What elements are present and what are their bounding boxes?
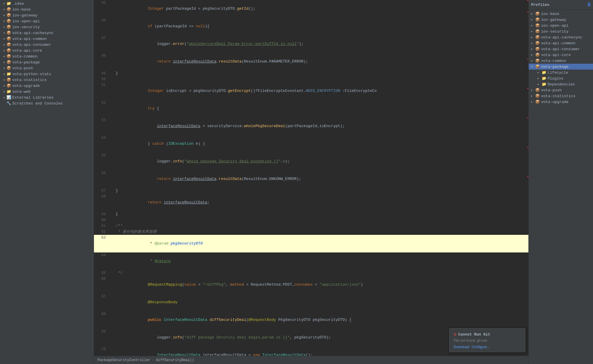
sidebar-item-iov-gateway[interactable]: ▶ 📦 iov-gateway [0,12,94,18]
sidebar-item-iov-open-api[interactable]: ▶ 📦 iov-open-api [0,18,94,24]
item-label: vota-package [541,65,569,69]
gutter [109,252,114,270]
right-item-vota-common[interactable]: ▶ 📦 vota-common [529,58,593,64]
right-item-dependencies[interactable]: ▶ 📁 Dependencies [529,81,593,87]
code-content: public InterfaceResultData diffSecurityD… [114,311,528,329]
gutter [109,135,114,153]
line-number: 62 [94,229,109,235]
sidebar-item-vota-api-consumer[interactable]: ▶ 📦 vota-api-consumer [0,42,94,48]
table-row: 52 try { [94,100,528,117]
sidebar-item-vota-upgrade[interactable]: ▶ 📦 vota-upgrade [0,83,94,89]
sidebar-item-label: .idea [12,1,24,6]
table-row: 47 logger.error("wholeSercureDeal Param … [94,35,528,53]
gutter [109,76,114,82]
module-icon: 📦 [6,7,11,12]
arrow-icon: ▶ [2,60,6,64]
right-item-iov-security[interactable]: ▶ 📦 iov-security [529,28,593,34]
right-item-iov-gateway[interactable]: ▶ 📦 iov-gateway [529,17,593,23]
right-item-iov-base[interactable]: ▶ 📦 iov-base [529,11,593,17]
arrow-icon: ▶ [531,24,535,27]
gutter [109,217,114,223]
gutter [109,18,114,35]
sidebar-item-iov-base[interactable]: ▶ 📦 iov-base [0,6,94,12]
arrow-icon: ▶ [2,1,6,6]
code-table: 45 Integer partPackageId = pkgSecurityDT… [94,0,528,356]
sidebar-item-label: iov-security [12,25,40,29]
gutter [109,276,114,294]
line-number: 69 [94,329,109,346]
table-row: 59 } [94,211,528,217]
sidebar-item-vota-common[interactable]: ▶ 📦 vota-common [0,53,94,59]
configure-button[interactable]: Configure... [471,345,490,349]
error-body: File not found: git.exe [454,338,521,343]
sidebar-item-iov-security[interactable]: ▶ 📦 iov-security [0,24,94,30]
sidebar-item-vota-python-stats[interactable]: ▶ 📁 vota-python-stats [0,71,94,77]
arrow-icon: ▶ [2,48,6,53]
breadcrumb-file[interactable]: PackageSecurityController [97,358,150,362]
download-button[interactable]: Download [454,345,469,349]
right-item-lifecycle[interactable]: ▶ 📁 Lifecycle [529,70,593,75]
sidebar-item-label: vota-upgrade [12,84,40,88]
gutter [109,117,114,135]
module-icon: 📦 [535,35,540,40]
arrow-icon: ▶ [2,31,6,35]
gutter [109,270,114,276]
breadcrumb-bar: PackageSecurityController › diffSecurity… [94,356,528,364]
line-number: 45 [94,0,109,18]
code-content: interfaceResultData = securityService.wh… [114,117,528,135]
s-icon: S [587,2,591,8]
sidebar-item-vota-api-core[interactable]: ▶ 📦 vota-api-core [0,48,94,53]
right-item-vota-api-common[interactable]: ▶ 📦 vota-api-common [529,40,593,46]
arrow-icon: ▶ [2,95,6,100]
right-item-vota-statistics[interactable]: ▶ 📦 vota-statistics [529,93,593,99]
right-item-vota-push[interactable]: ▶ 📦 vota-push [529,87,593,93]
code-content: if (partPackageId == null){ [114,18,528,35]
sidebar-item-label: iov-gateway [12,13,38,18]
arrow-icon: ▶ [538,71,542,74]
right-item-vota-package[interactable]: ▼ 📦 vota-package [529,64,593,70]
module-icon: 📦 [6,25,11,29]
right-item-vota-upgrade[interactable]: ▶ 📦 vota-upgrade [529,99,593,105]
right-item-vota-api-core[interactable]: ▶ 📦 vota-api-core [529,52,593,58]
line-number: 55 [94,153,109,170]
table-row: 50 [94,76,528,82]
table-row: 62 * 差分包的签名和加密 [94,229,528,235]
sidebar-item-label: vota-api-cachesync [12,31,53,35]
table-row: 61 /** [94,223,528,229]
module-icon: 📦 [6,13,11,18]
right-item-iov-open-api[interactable]: ▶ 📦 iov-open-api [529,23,593,28]
line-number: 64 [94,252,109,270]
sidebar-item-vota-statistics[interactable]: ▶ 📦 vota-statistics [0,77,94,83]
table-row: 68 public InterfaceResultData diffSecuri… [94,311,528,329]
sidebar-item-vota-push[interactable]: ▶ 📦 vota-push [0,65,94,71]
code-content: @ResponseBody [114,294,528,311]
module-icon: 📦 [535,41,540,45]
profiles-header: Profiles S [529,0,593,10]
line-number: 58 [94,194,109,211]
line-number: 59 [94,211,109,217]
right-item-vota-api-cachesync[interactable]: ▶ 📦 vota-api-cachesync [529,34,593,40]
table-row: 51 Integer isEncrypt = pkgSecurityDTO.ge… [94,82,528,100]
breadcrumb-method[interactable]: diffSecurityDeal() [156,358,194,362]
line-number: 61 [94,223,109,229]
sidebar-item-scratches[interactable]: ▶ 🔧 Scratches and Consoles [0,100,94,106]
arrow-icon: ▶ [2,13,6,17]
arrow-icon: ▶ [531,36,535,39]
module-icon: 📦 [6,60,11,65]
item-label: vota-statistics [541,94,575,98]
arrow-icon: ▶ [2,25,6,29]
sidebar-item-label: vota-api-common [12,37,47,41]
right-item-vota-api-consumer[interactable]: ▶ 📦 vota-api-consumer [529,46,593,52]
sidebar-item-vota-api-common[interactable]: ▶ 📦 vota-api-common [0,36,94,42]
code-editor[interactable]: 45 Integer partPackageId = pkgSecurityDT… [94,0,528,356]
code-content: @RequestMapping(value = "/diffPkg", meth… [114,276,528,294]
sidebar-item-vota-api-cachesync[interactable]: ▶ 📦 vota-api-cachesync [0,30,94,36]
profiles-panel: Profiles S ▶ 📦 iov-base ▶ 📦 iov-gateway … [528,0,593,364]
sidebar-item-vota-web[interactable]: ▶ 📁 vota-web [0,89,94,95]
sidebar-item-idea[interactable]: ▶ 📁 .idea [0,1,94,6]
sidebar-item-external-libraries[interactable]: ▶ 📊 External Libraries [0,95,94,100]
sidebar-item-vota-package[interactable]: ▶ 📦 vota-package [0,59,94,65]
item-label: vota-api-consumer [541,47,580,51]
right-item-plugins[interactable]: ▶ 📁 Plugins [529,75,593,81]
table-row: 65 */ [94,270,528,276]
